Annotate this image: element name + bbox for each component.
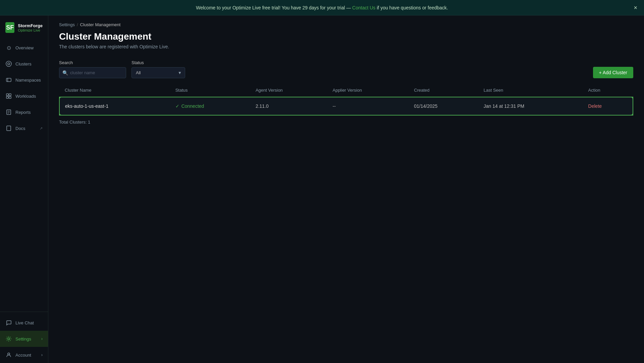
status-select-wrap: All Connected Disconnected ▼ <box>131 67 185 78</box>
col-cluster-name: Cluster Name <box>59 84 170 97</box>
sidebar-item-workloads[interactable]: Workloads <box>0 88 48 104</box>
sidebar-item-label: Clusters <box>15 61 32 66</box>
sidebar-item-docs[interactable]: Docs ↗ <box>0 120 48 136</box>
banner-close-button[interactable]: × <box>634 5 637 11</box>
page-header: Cluster Management The clusters below ar… <box>48 30 644 53</box>
col-last-seen: Last Seen <box>478 84 583 97</box>
cluster-table: Cluster Name Status Agent Version Applie… <box>59 84 633 116</box>
account-arrow-icon: › <box>41 353 43 357</box>
search-filter-group: Search 🔍 <box>59 60 126 78</box>
cell-last-seen: Jan 14 at 12:31 PM <box>478 97 583 115</box>
namespaces-icon <box>5 77 12 83</box>
sidebar-item-namespaces[interactable]: Namespaces <box>0 72 48 88</box>
cell-created: 01/14/2025 <box>409 97 478 115</box>
svg-rect-2 <box>6 78 11 82</box>
cell-cluster-name: eks-auto-1-us-east-1 <box>59 97 170 115</box>
sidebar-item-live-chat[interactable]: Live Chat <box>0 315 48 331</box>
nav-section: ⊙ Overview Clusters Namespaces Workload <box>0 40 48 363</box>
breadcrumb-separator: / <box>77 22 78 27</box>
breadcrumb: Settings / Cluster Management <box>48 15 644 30</box>
col-action: Action <box>583 84 633 97</box>
status-filter-group: Status All Connected Disconnected ▼ <box>131 60 185 78</box>
sidebar-item-overview[interactable]: ⊙ Overview <box>0 40 48 56</box>
search-input-wrap: 🔍 <box>59 67 126 78</box>
top-banner: Welcome to your Optimize Live free trial… <box>0 0 644 15</box>
page-subtitle: The clusters below are registered with O… <box>59 44 633 49</box>
live-chat-icon <box>5 319 12 326</box>
col-agent-version: Agent Version <box>250 84 327 97</box>
svg-point-0 <box>6 61 11 66</box>
table-header: Cluster Name Status Agent Version Applie… <box>59 84 633 97</box>
check-icon: ✓ <box>175 103 179 109</box>
banner-contact-link[interactable]: Contact Us <box>352 5 375 10</box>
col-created: Created <box>409 84 478 97</box>
sidebar-item-label: Docs <box>15 126 25 131</box>
logo-icon: SF <box>5 22 14 33</box>
sidebar-item-account[interactable]: Account › <box>0 347 48 363</box>
status-text: Connected <box>181 103 204 109</box>
breadcrumb-current: Cluster Management <box>80 22 121 27</box>
table-body: eks-auto-1-us-east-1 ✓ Connected 2.11.0 … <box>59 97 633 115</box>
total-clusters-label: Total Clusters: <box>59 120 87 125</box>
clusters-icon <box>5 60 12 67</box>
col-status: Status <box>170 84 250 97</box>
sidebar-item-label: Overview <box>15 45 34 50</box>
sidebar-item-reports[interactable]: Reports <box>0 104 48 120</box>
svg-rect-3 <box>6 94 8 96</box>
sidebar-item-label: Account <box>15 353 31 358</box>
cell-status: ✓ Connected <box>170 97 250 115</box>
svg-rect-5 <box>6 96 8 98</box>
search-input[interactable] <box>59 67 126 78</box>
sidebar-item-clusters[interactable]: Clusters <box>0 56 48 72</box>
cell-action: Delete <box>583 97 633 115</box>
main-content: Settings / Cluster Management Cluster Ma… <box>48 15 644 363</box>
sidebar: SF StormForge Optimize Live ⊙ Overview C… <box>0 15 48 363</box>
overview-icon: ⊙ <box>5 44 12 51</box>
reports-icon <box>5 109 12 116</box>
banner-text: Welcome to your Optimize Live free trial… <box>196 5 448 10</box>
add-cluster-button[interactable]: + Add Cluster <box>593 67 633 78</box>
svg-point-10 <box>8 353 10 355</box>
svg-rect-8 <box>7 126 11 131</box>
svg-point-1 <box>8 63 10 65</box>
svg-point-9 <box>8 338 10 340</box>
logo-area: SF StormForge Optimize Live <box>0 18 48 40</box>
svg-rect-6 <box>9 96 11 98</box>
sidebar-item-settings[interactable]: Settings › <box>0 331 48 347</box>
sidebar-item-label: Namespaces <box>15 78 41 83</box>
sidebar-item-label: Reports <box>15 110 31 115</box>
settings-arrow-icon: › <box>41 336 43 341</box>
filters-row: Search 🔍 Status All Connected Disconnect… <box>48 53 644 84</box>
svg-rect-4 <box>9 94 11 96</box>
cell-applier-version: -- <box>327 97 409 115</box>
account-icon <box>5 352 12 358</box>
status-label: Status <box>131 60 185 65</box>
total-clusters: Total Clusters: 1 <box>48 116 644 129</box>
delete-link[interactable]: Delete <box>588 103 602 109</box>
external-link-icon: ↗ <box>40 126 43 131</box>
col-applier-version: Applier Version <box>327 84 409 97</box>
sidebar-item-label: Workloads <box>15 94 36 99</box>
nav-bottom: Live Chat Settings › Account › <box>0 312 48 363</box>
status-connected: ✓ Connected <box>175 103 245 109</box>
search-label: Search <box>59 60 126 65</box>
settings-icon <box>5 335 12 342</box>
logo-subtitle: Optimize Live <box>18 28 43 32</box>
sidebar-item-label: Live Chat <box>15 320 34 325</box>
logo-title: StormForge <box>18 23 43 28</box>
page-title: Cluster Management <box>59 31 633 42</box>
total-clusters-count: 1 <box>88 120 90 125</box>
table-container: Cluster Name Status Agent Version Applie… <box>48 84 644 116</box>
table-row: eks-auto-1-us-east-1 ✓ Connected 2.11.0 … <box>59 97 633 115</box>
sidebar-item-label: Settings <box>15 336 31 342</box>
breadcrumb-settings[interactable]: Settings <box>59 22 75 27</box>
cell-agent-version: 2.11.0 <box>250 97 327 115</box>
status-select[interactable]: All Connected Disconnected <box>131 67 185 78</box>
docs-icon <box>5 125 12 132</box>
workloads-icon <box>5 93 12 99</box>
